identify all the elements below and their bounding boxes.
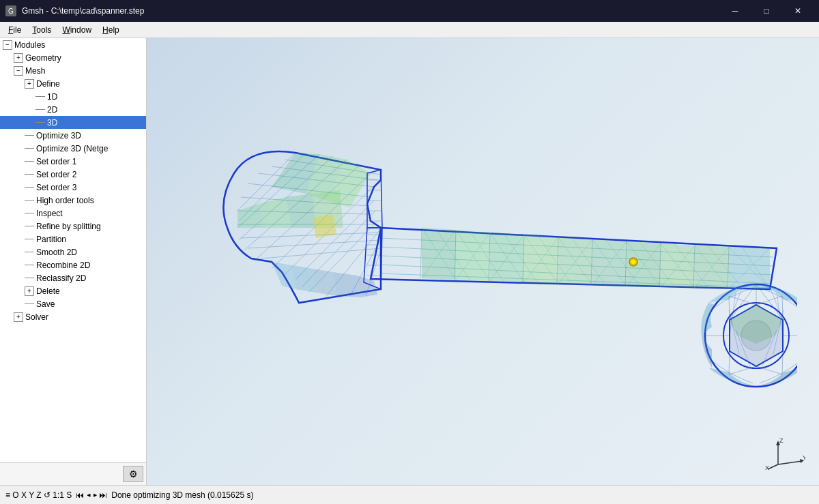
tree-label: Set order 1 [36,157,76,166]
wrench-model [181,65,799,444]
tree-item-optimize3d[interactable]: Optimize 3D [0,129,146,142]
menu-window[interactable]: Window [57,24,97,36]
tree-label: Partition [36,235,66,244]
tree-item-highordertools[interactable]: High order tools [0,194,146,207]
tree-item-solver[interactable]: +Solver [0,310,146,323]
close-button[interactable]: ✕ [782,0,814,22]
tree-label: Optimize 3D [36,131,81,140]
menu-bar: File Tools Window Help [0,22,819,38]
tree-label: Modules [14,40,45,50]
tree-label: Delete [36,286,60,296]
app-icon: G [5,5,16,16]
status-message: Done optimizing 3D mesh (0.015625 s) [111,490,253,500]
leaf-dash [25,200,34,201]
status-bar: ≡ O X Y Z ↺ 1:1 S ⏮ ◀ ▶ ⏭ Done optimizin… [0,485,819,504]
center-highlight [631,260,635,264]
expand-icon[interactable]: + [14,53,23,63]
leaf-dash [25,303,34,304]
tree-label: Mesh [25,66,45,76]
minimize-button[interactable]: ─ [719,0,751,22]
svg-line-143 [768,464,778,469]
tree-label: 2D [47,105,57,115]
tree-item-smooth2d[interactable]: Smooth 2D [0,246,146,258]
expand-icon[interactable]: − [14,66,23,76]
svg-text:Z: Z [779,437,784,444]
wrench-body [371,228,777,289]
tree-label: Define [36,79,60,89]
leaf-dash [35,96,45,97]
viewport[interactable]: Z Y X [147,38,819,485]
leaf-dash [25,213,34,213]
tree-item-save[interactable]: Save [0,297,146,310]
tree-item-optimize3d-netgen[interactable]: Optimize 3D (Netge [0,142,146,155]
svg-marker-89 [292,265,316,293]
svg-marker-48 [490,233,524,282]
tree-label: Recombine 2D [36,261,90,270]
tree-item-modules[interactable]: −Modules [0,38,146,51]
sidebar: −Modules+Geometry−Mesh+Define1D2D3DOptim… [0,38,147,485]
tree-item-setorder3[interactable]: Set order 3 [0,181,146,194]
tree-item-setorder2[interactable]: Set order 2 [0,168,146,181]
leaf-dash [25,148,34,149]
svg-text:Y: Y [803,454,805,461]
tree-label: Set order 2 [36,170,76,179]
tree-item-reclassify2d[interactable]: Reclassify 2D [0,271,146,284]
module-tree: −Modules+Geometry−Mesh+Define1D2D3DOptim… [0,38,146,462]
svg-marker-51 [592,239,627,286]
svg-marker-53 [661,243,695,288]
expand-icon[interactable]: + [25,286,34,296]
tree-label: 3D [47,118,57,128]
tree-item-setorder1[interactable]: Set order 1 [0,155,146,168]
svg-line-112 [729,366,756,374]
leaf-dash [25,278,34,278]
svg-marker-88 [272,262,296,289]
tree-label: 1D [47,92,57,102]
svg-marker-49 [524,235,558,284]
tree-item-delete[interactable]: +Delete [0,284,146,297]
tree-item-1d[interactable]: 1D [0,90,146,103]
status-icons: ≡ O X Y Z ↺ 1:1 S [5,490,72,500]
maximize-button[interactable]: □ [751,0,782,22]
svg-line-108 [729,296,756,305]
tree-label: Refine by splitting [36,222,101,231]
svg-marker-93 [313,214,336,238]
axes-indicator: Z Y X [764,430,805,471]
menu-tools[interactable]: Tools [27,24,57,36]
tree-label: Set order 3 [36,183,76,192]
svg-marker-55 [729,247,770,289]
svg-line-66 [261,248,381,258]
leaf-dash [35,109,45,110]
tree-label: Geometry [25,53,61,63]
tree-item-2d[interactable]: 2D [0,103,146,116]
title-bar: G Gmsh - C:\temp\cad\spanner.step ─ □ ✕ [0,0,819,22]
tree-item-mesh[interactable]: −Mesh [0,64,146,77]
tree-item-partition[interactable]: Partition [0,233,146,246]
wrench-head-open [223,151,381,303]
svg-line-65 [248,240,379,248]
expand-icon[interactable]: − [3,40,12,50]
svg-marker-46 [422,228,456,280]
window-controls: ─ □ ✕ [719,0,814,22]
menu-help[interactable]: Help [97,24,125,36]
svg-marker-91 [333,272,360,297]
window-title: Gmsh - C:\temp\cad\spanner.step [22,6,144,16]
expand-icon[interactable]: + [14,312,23,322]
tree-item-recombine2d[interactable]: Recombine 2D [0,258,146,271]
leaf-dash [25,252,34,252]
tree-item-3d[interactable]: 3D [0,116,146,129]
nav-icons: ⏮ ◀ ▶ ⏭ [76,490,107,500]
svg-marker-90 [313,269,336,296]
expand-icon[interactable]: + [25,79,34,89]
sidebar-footer: ⚙ [0,462,146,485]
tree-label: Save [36,299,55,309]
wrench-head-box [701,284,797,387]
tree-label: High order tools [36,196,94,205]
menu-file[interactable]: File [3,24,27,36]
tree-item-inspect[interactable]: Inspect [0,207,146,220]
tree-item-refinebysplitting[interactable]: Refine by splitting [0,220,146,233]
leaf-dash [25,265,34,265]
leaf-dash [35,122,45,123]
settings-button[interactable]: ⚙ [123,466,143,482]
tree-item-geometry[interactable]: +Geometry [0,51,146,64]
tree-item-define[interactable]: +Define [0,77,146,90]
